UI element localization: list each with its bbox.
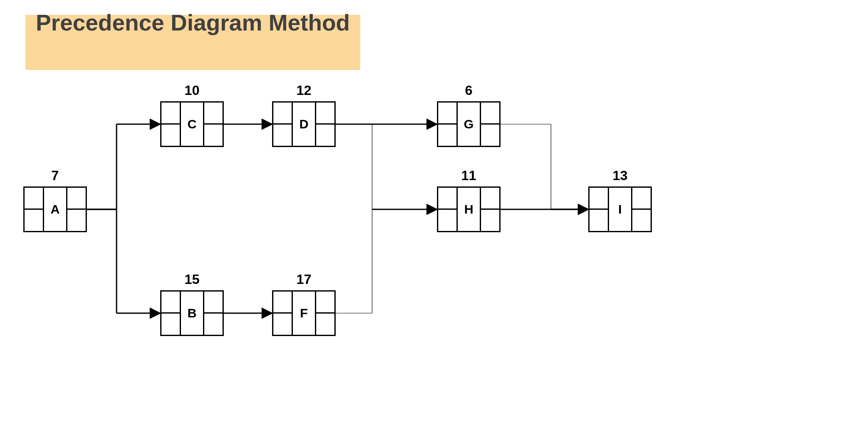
node-a-duration: 7	[23, 168, 87, 183]
node-b: 15B	[160, 290, 224, 336]
node-d-duration: 12	[272, 83, 336, 98]
node-box: C	[160, 101, 224, 147]
node-h-duration: 11	[437, 168, 501, 183]
node-box: F	[272, 290, 336, 336]
node-g: 6G	[437, 101, 501, 147]
node-i-duration: 13	[588, 168, 652, 183]
node-h: 11H	[437, 186, 501, 232]
node-c-duration: 10	[160, 83, 224, 98]
node-b-label: B	[187, 306, 197, 320]
edges-canvas	[0, 0, 868, 428]
node-box: B	[160, 290, 224, 336]
node-box: A	[23, 186, 87, 232]
node-f: 17F	[272, 290, 336, 336]
node-box: D	[272, 101, 336, 147]
node-b-duration: 15	[160, 272, 224, 287]
node-f-duration: 17	[272, 272, 336, 287]
node-g-label: G	[464, 117, 473, 131]
node-g-duration: 6	[437, 83, 501, 98]
node-d: 12D	[272, 101, 336, 147]
node-box: G	[437, 101, 501, 147]
node-d-label: D	[299, 117, 309, 131]
node-a: 7A	[23, 186, 87, 232]
node-box: I	[588, 186, 652, 232]
node-h-label: H	[464, 202, 473, 217]
node-i: 13I	[588, 186, 652, 232]
node-a-label: A	[50, 202, 60, 217]
node-f-label: F	[300, 306, 308, 320]
node-c-label: C	[187, 117, 197, 131]
node-box: H	[437, 186, 501, 232]
node-c: 10C	[160, 101, 224, 147]
node-i-label: I	[618, 202, 622, 217]
